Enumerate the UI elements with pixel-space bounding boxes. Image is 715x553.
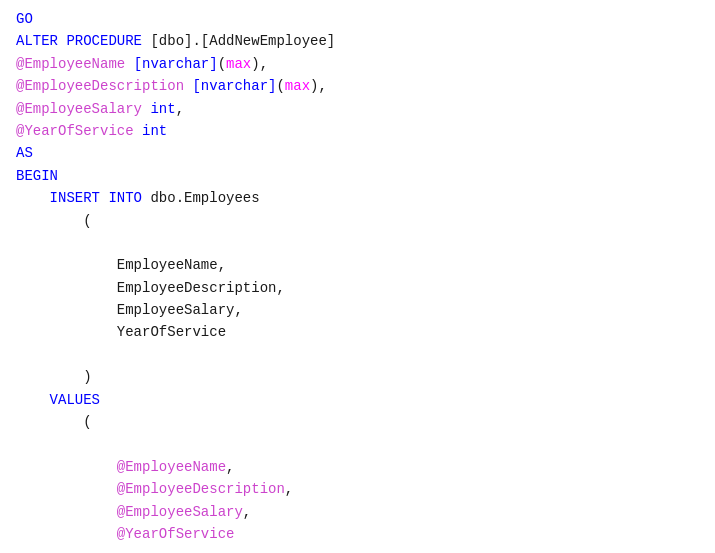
code-line: (: [16, 210, 699, 232]
code-token: ,: [243, 504, 251, 520]
code-line: @EmployeeName [nvarchar](max),: [16, 53, 699, 75]
code-line: [16, 344, 699, 366]
code-token: EmployeeDescription,: [16, 280, 285, 296]
code-token: (: [276, 78, 284, 94]
code-line: EmployeeDescription,: [16, 277, 699, 299]
code-token: AS: [16, 145, 33, 161]
code-token: @EmployeeDescription: [16, 78, 192, 94]
code-token: ,: [226, 459, 234, 475]
code-line: @EmployeeDescription,: [16, 478, 699, 500]
code-line: ALTER PROCEDURE [dbo].[AddNewEmployee]: [16, 30, 699, 52]
code-token: (: [16, 213, 92, 229]
code-token: [nvarchar]: [134, 56, 218, 72]
code-token: EmployeeName,: [16, 257, 226, 273]
code-line: @EmployeeDescription [nvarchar](max),: [16, 75, 699, 97]
code-token: int: [142, 123, 167, 139]
code-line: [16, 433, 699, 455]
code-token: YearOfService: [16, 324, 226, 340]
code-token: EmployeeSalary,: [16, 302, 243, 318]
code-token: ,: [176, 101, 184, 117]
code-token: ): [16, 369, 92, 385]
code-editor[interactable]: GOALTER PROCEDURE [dbo].[AddNewEmployee]…: [0, 0, 715, 553]
code-token: dbo.Employees: [150, 190, 259, 206]
code-token: (: [218, 56, 226, 72]
code-line: @YearOfService int: [16, 120, 699, 142]
code-token: @EmployeeDescription: [16, 481, 285, 497]
code-line: ): [16, 366, 699, 388]
code-line: [16, 232, 699, 254]
code-token: BEGIN: [16, 168, 58, 184]
code-line: @EmployeeSalary,: [16, 501, 699, 523]
code-line: @EmployeeName,: [16, 456, 699, 478]
code-line: @EmployeeSalary int,: [16, 98, 699, 120]
code-line: GO: [16, 8, 699, 30]
code-token: @EmployeeSalary: [16, 101, 150, 117]
code-line: (: [16, 411, 699, 433]
code-token: [nvarchar]: [192, 78, 276, 94]
code-line: YearOfService: [16, 321, 699, 343]
code-token: ,: [285, 481, 293, 497]
code-token: [dbo].[AddNewEmployee]: [150, 33, 335, 49]
code-token: int: [150, 101, 175, 117]
code-token: @YearOfService: [16, 123, 142, 139]
code-line: VALUES: [16, 389, 699, 411]
code-line: AS: [16, 142, 699, 164]
code-token: (: [16, 414, 92, 430]
code-line: EmployeeName,: [16, 254, 699, 276]
code-content: GOALTER PROCEDURE [dbo].[AddNewEmployee]…: [16, 8, 699, 553]
code-token: max: [285, 78, 310, 94]
code-token: max: [226, 56, 251, 72]
code-line: BEGIN: [16, 165, 699, 187]
code-line: @YearOfService: [16, 523, 699, 545]
code-token: ),: [251, 56, 268, 72]
code-token: VALUES: [16, 392, 100, 408]
code-token: @EmployeeName: [16, 56, 134, 72]
code-token: @EmployeeName: [16, 459, 226, 475]
code-token: ),: [310, 78, 327, 94]
code-token: ALTER PROCEDURE: [16, 33, 150, 49]
code-line: [16, 545, 699, 553]
code-token: INSERT INTO: [16, 190, 150, 206]
code-line: EmployeeSalary,: [16, 299, 699, 321]
code-token: @EmployeeSalary: [16, 504, 243, 520]
code-line: INSERT INTO dbo.Employees: [16, 187, 699, 209]
code-token: @YearOfService: [16, 526, 234, 542]
code-token: GO: [16, 11, 33, 27]
